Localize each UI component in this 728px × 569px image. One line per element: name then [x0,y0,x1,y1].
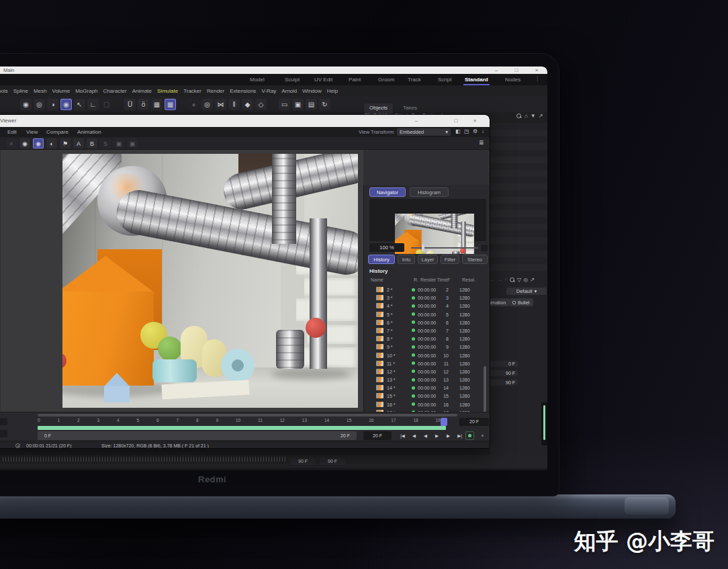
redo-icon[interactable]: ◎ [34,99,45,110]
timeline-scroll-groove[interactable] [38,414,457,417]
frame-field[interactable]: 90 F [487,370,518,376]
end-frame-box[interactable]: 20 F [459,418,489,426]
contrast-icon[interactable]: ◐ [46,138,57,148]
menu-compare[interactable]: Compare [46,129,69,135]
inactive-tool-icon[interactable]: ● [188,99,199,110]
target-icon[interactable]: ◎ [201,99,213,110]
8 *[interactable]: 8 * 00:00:00 8 1280 [367,335,486,343]
cursor-tool-icon[interactable]: ↖ [74,99,85,110]
workspace-tab-uvedit[interactable]: UV Edit [314,77,332,83]
15 *[interactable]: 15 * 00:00:00 15 1280 [367,392,486,400]
search-icon[interactable] [509,277,515,283]
download-icon[interactable]: ↓ [482,128,484,134]
16 *[interactable]: 16 * 00:00:00 16 1280 [367,400,486,408]
transport-button[interactable]: |◀ [398,431,408,440]
menu-arnold[interactable]: Arnold [281,88,297,94]
grid-snap-icon[interactable]: ▦ [165,99,176,110]
tab-layer[interactable]: Layer [418,255,438,264]
tab-info[interactable]: Info [398,255,415,264]
menu-vray[interactable]: V-Ray [261,88,276,94]
grid-icon[interactable]: ▦ [151,99,163,110]
playhead[interactable] [441,418,447,426]
menu-window[interactable]: Window [302,88,321,94]
snap-icon[interactable]: ▢ [101,99,112,110]
main-timeline-ruler[interactable]: 90 F 90 F [0,455,547,468]
menu-simulate[interactable]: Simulate [157,88,178,94]
menu-animate[interactable]: Animate [132,88,152,94]
menu-view[interactable]: View [26,129,38,135]
transport-button[interactable]: ▶| [455,431,465,440]
zoom-region-icon[interactable]: ◉ [33,138,44,148]
tab-histogram[interactable]: Histogram [410,187,449,197]
6 *[interactable]: 6 * 00:00:00 6 1280 [367,318,486,326]
more-menu-icon[interactable]: ⋮ [535,76,540,82]
2 *[interactable]: 2 * 00:00:00 2 1280 [367,286,486,294]
search-icon[interactable] [516,113,522,119]
filter-funnel-icon[interactable]: ▽ [517,277,521,283]
zoom-slider-track[interactable] [411,247,478,249]
zoom-level-field[interactable]: 100 % [369,243,404,252]
minimize-button[interactable]: – [491,67,502,74]
menu-spline[interactable]: Spline [13,88,28,94]
11 *[interactable]: 11 * 00:00:00 11 1280 [367,359,486,367]
9 *[interactable]: 9 * 00:00:00 9 1280 [367,343,486,351]
transport-button[interactable]: ◀ [409,431,419,440]
compare-split-icon[interactable]: ▣ [127,138,138,148]
symmetry-icon[interactable]: ⋈ [215,99,226,110]
tab-stereo[interactable]: Stereo [462,255,488,264]
workspace-tab-standard[interactable]: Standard [465,77,488,83]
render-settings-icon[interactable]: ▤ [306,99,317,110]
version-b-icon[interactable]: B [87,138,97,148]
workspace-tab-model[interactable]: Model [250,77,265,83]
transport-button[interactable]: ▶ [443,431,453,440]
menu-extensions[interactable]: Extensions [230,88,256,94]
tab-history[interactable]: History [368,255,395,264]
menu-character[interactable]: Character [103,88,127,94]
gear-icon[interactable]: ⚙ [473,128,477,134]
spline-pen-icon[interactable]: ◇ [255,99,267,110]
menu-render[interactable]: Render [207,88,224,94]
workspace-tab-groom[interactable]: Groom [378,77,394,83]
close-button[interactable]: × [531,67,542,74]
view-transform-dropdown[interactable]: Embedded ▾ [397,128,451,136]
menu-tools[interactable]: Tools [0,88,8,94]
preset-dropdown[interactable]: Default ▾ [506,288,547,295]
zoom-slider-handle[interactable] [422,245,424,251]
13 *[interactable]: 13 * 00:00:00 13 1280 [367,376,486,384]
rotate-tool-icon[interactable]: Ü [124,99,136,110]
minimize-button[interactable]: – [411,117,422,124]
menu-tracker[interactable]: Tracker [183,88,201,94]
12 *[interactable]: 12 * 00:00:00 12 1280 [367,367,486,376]
tab-bullet[interactable]: Bullet [509,298,533,306]
timeline-end-field[interactable]: 90 F [290,457,316,465]
up-arrow-icon[interactable]: ↑ [504,277,507,283]
workspace-tab-track[interactable]: Track [408,77,421,83]
maximize-button[interactable]: □ [451,117,461,124]
menu-help[interactable]: Help [327,88,338,94]
back-arrow-icon[interactable]: ← [490,277,495,283]
14 *[interactable]: 14 * 00:00:00 14 1280 [367,384,486,392]
workspace-tab-sculpt[interactable]: Sculpt [285,77,300,83]
range-slider[interactable]: 0 F 20 F [38,431,357,440]
menu-animation[interactable]: Animation [77,129,101,135]
export-icon[interactable]: ↗ [539,113,543,119]
current-frame-field[interactable]: 20 F [363,431,392,440]
split-view-icon[interactable]: ◧ [455,128,461,134]
loop-playback-button[interactable] [465,431,474,440]
menu-edit[interactable]: Edit [7,129,17,135]
options-dot-icon[interactable] [482,435,484,437]
home-icon[interactable]: ⌂ [525,113,528,119]
move-tool-icon[interactable]: ◉ [60,99,72,110]
toolbar-spacer[interactable] [114,99,122,110]
axis-tool-icon[interactable]: ∟ [87,99,99,110]
7 *[interactable]: 7 * 00:00:00 7 1280 [367,326,486,335]
transport-button[interactable]: ◀ [420,431,430,440]
zoom-options-icon[interactable] [481,245,488,251]
workspace-tab-nodes[interactable]: Nodes [505,77,520,83]
target-icon[interactable]: ◎ [523,277,528,283]
clear-compare-icon[interactable]: × [6,138,17,148]
toolbar-spacer[interactable] [178,99,186,110]
scale-tool-icon[interactable]: ö [138,99,149,110]
frame-field[interactable]: 0 F [487,361,518,367]
3 *[interactable]: 3 * 00:00:00 3 1280 [367,294,486,302]
